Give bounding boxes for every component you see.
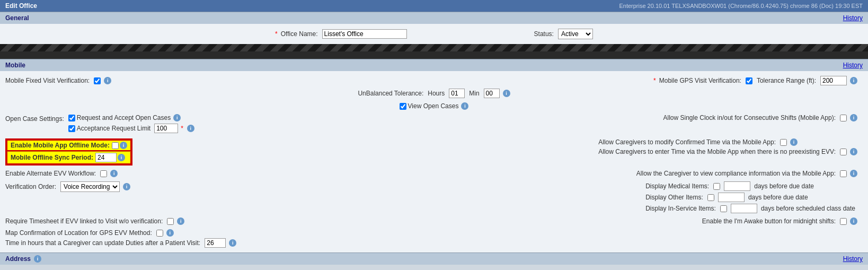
system-info: Enterprise 20.10.01 TELXSANDBOXW01 (Chro…: [619, 3, 863, 9]
verification-order-select[interactable]: Voice Recording Mobile App Both: [60, 181, 120, 192]
display-medical-label: Display Medical Items:: [645, 182, 709, 190]
enable-alt-evv-label: Enable Alternate EVV Workflow:: [5, 170, 96, 177]
title-bar: Edit Office Enterprise 20.10.01 TELXSAND…: [0, 0, 868, 12]
mobile-fixed-checkbox[interactable]: [94, 77, 101, 84]
gps-required: *: [653, 77, 656, 84]
require-timesheet-label: Require Timesheet if EVV linked to Visit…: [5, 217, 163, 225]
acceptance-limit-checkbox[interactable]: [68, 125, 75, 132]
verification-order-info-icon[interactable]: i: [123, 183, 130, 190]
allow-caregivers-modify-checkbox[interactable]: [780, 139, 787, 146]
request-accept-checkbox[interactable]: [68, 115, 75, 121]
view-open-cases-label: View Open Cases: [408, 102, 459, 110]
request-accept-info-icon[interactable]: i: [173, 114, 181, 121]
require-timesheet-info-icon[interactable]: i: [177, 217, 184, 225]
allow-caregivers-enter-label: Allow Caregivers to enter Time via the M…: [598, 148, 836, 155]
display-inservice-checkbox[interactable]: [720, 205, 727, 212]
min-label: Min: [469, 90, 479, 97]
enable-offline-checkbox[interactable]: [112, 142, 119, 149]
mobile-gps-label: Mobile GPS Visit Verification:: [659, 77, 741, 84]
display-medical-checkbox[interactable]: [713, 183, 720, 190]
map-confirmation-info-icon[interactable]: i: [166, 229, 174, 237]
mobile-section-header: Mobile History: [0, 59, 868, 71]
unbalanced-info-icon[interactable]: i: [503, 90, 510, 97]
min-input[interactable]: [484, 89, 500, 98]
time-hours-label: Time in hours that a Caregiver can updat…: [5, 239, 200, 247]
allow-caregivers-modify-info-icon[interactable]: i: [790, 138, 798, 146]
display-inservice-input[interactable]: [731, 204, 757, 213]
tolerance-input[interactable]: [820, 76, 847, 85]
address-label: Address: [5, 255, 31, 263]
enable-awake-checkbox[interactable]: [840, 218, 847, 225]
tolerance-label: Tolerance Range (ft):: [757, 77, 816, 84]
display-medical-input[interactable]: [724, 181, 750, 191]
general-section-header: General History: [0, 12, 868, 24]
enable-offline-info-icon[interactable]: i: [120, 142, 127, 149]
office-name-input[interactable]: [322, 29, 407, 39]
acceptance-limit-info-icon[interactable]: i: [187, 125, 194, 132]
mobile-form: Mobile Fixed Visit Verification: i * Mob…: [0, 71, 868, 252]
allow-single-clock-checkbox[interactable]: [840, 115, 847, 121]
sync-period-label: Mobile Offline Sync Period:: [11, 154, 93, 161]
display-other-input[interactable]: [718, 193, 745, 202]
general-label: General: [5, 14, 29, 22]
mobile-history-link[interactable]: History: [843, 62, 863, 69]
allow-single-clock-info-icon[interactable]: i: [850, 114, 857, 121]
display-inservice-suffix: days before scheduled class date: [761, 205, 855, 212]
time-hours-info-icon[interactable]: i: [229, 239, 236, 247]
tolerance-info-icon[interactable]: i: [850, 77, 857, 84]
view-open-cases-checkbox[interactable]: [400, 103, 406, 110]
address-section-header: Address i History: [0, 252, 868, 265]
display-other-label: Display Other Items:: [645, 194, 703, 201]
unbalanced-label: UnBalanced Tolerance:: [358, 90, 423, 97]
acceptance-limit-label: Acceptance Request Limit: [77, 125, 150, 132]
hours-label: Hours: [428, 90, 445, 97]
request-accept-label: Request and Accept Open Cases: [77, 114, 171, 121]
map-confirmation-checkbox[interactable]: [156, 230, 163, 237]
mobile-gps-checkbox[interactable]: [746, 77, 752, 84]
allow-single-clock-label: Allow Single Clock in/out for Consecutiv…: [663, 114, 836, 121]
address-info-icon[interactable]: i: [34, 255, 41, 263]
allow-caregivers-enter-checkbox[interactable]: [840, 149, 847, 155]
display-inservice-label: Display In-Service Items:: [645, 205, 716, 212]
require-timesheet-checkbox[interactable]: [167, 218, 174, 225]
time-hours-input[interactable]: [205, 238, 226, 248]
open-case-settings-label: Open Case Settings:: [5, 114, 64, 123]
display-other-suffix: days before due date: [748, 194, 808, 201]
enable-offline-label: Enable Mobile App Offline Mode:: [11, 142, 110, 149]
display-medical-suffix: days before due date: [754, 182, 814, 190]
verification-order-label: Verification Order:: [5, 183, 56, 190]
sync-period-input[interactable]: [95, 153, 117, 162]
address-history-link[interactable]: History: [843, 255, 863, 263]
status-select[interactable]: Active Inactive: [558, 29, 593, 39]
allow-caregiver-view-label: Allow the Caregiver to view compliance i…: [636, 170, 836, 177]
general-history-link[interactable]: History: [843, 14, 863, 22]
acceptance-required: *: [181, 125, 183, 132]
mobile-fixed-label: Mobile Fixed Visit Verification:: [5, 77, 90, 84]
status-label: Status:: [534, 30, 554, 38]
allow-caregiver-view-info-icon[interactable]: i: [850, 170, 857, 177]
page-title: Edit Office: [5, 2, 37, 10]
allow-caregivers-modify-label: Allow Caregivers to modify Confirmed Tim…: [598, 138, 776, 146]
general-form: * Office Name: Status: Active Inactive: [0, 24, 868, 44]
allow-caregivers-enter-info-icon[interactable]: i: [850, 148, 857, 155]
view-open-cases-info-icon[interactable]: i: [461, 102, 468, 110]
office-name-required: *: [275, 30, 278, 38]
display-other-checkbox[interactable]: [707, 194, 714, 201]
zigzag-divider: [0, 44, 868, 59]
enable-alt-evv-checkbox[interactable]: [100, 170, 107, 177]
mobile-fixed-info-icon[interactable]: i: [104, 77, 111, 84]
acceptance-limit-input[interactable]: [154, 124, 178, 133]
sync-period-info-icon[interactable]: i: [118, 154, 125, 161]
allow-caregiver-view-checkbox[interactable]: [840, 170, 847, 177]
hours-input[interactable]: [449, 89, 465, 98]
enable-awake-label: Enable the I'm Awake button for midnight…: [702, 217, 836, 225]
enable-alt-evv-info-icon[interactable]: i: [110, 170, 118, 177]
office-name-label: Office Name:: [281, 30, 318, 38]
enable-awake-info-icon[interactable]: i: [850, 217, 857, 225]
map-confirmation-label: Map Confirmation of Location for GPS EVV…: [5, 229, 152, 237]
mobile-label: Mobile: [5, 62, 25, 69]
